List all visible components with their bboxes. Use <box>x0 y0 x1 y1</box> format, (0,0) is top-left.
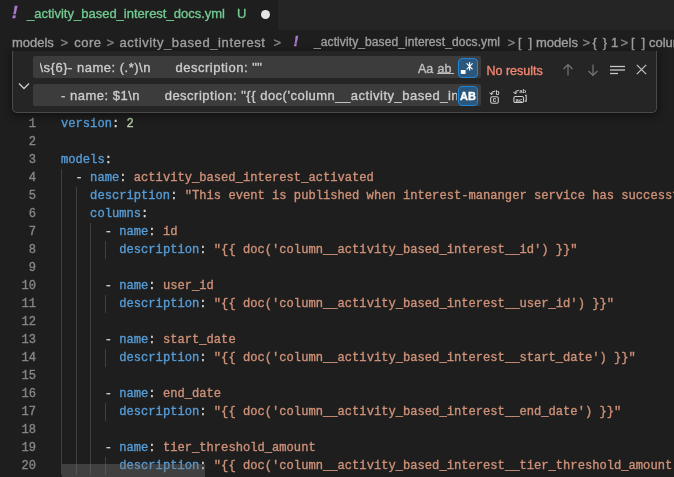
svg-text:c: c <box>492 96 496 103</box>
svg-text:ab: ab <box>519 89 526 94</box>
svg-text:b: b <box>495 90 499 96</box>
svg-text:ac: ac <box>515 97 522 103</box>
